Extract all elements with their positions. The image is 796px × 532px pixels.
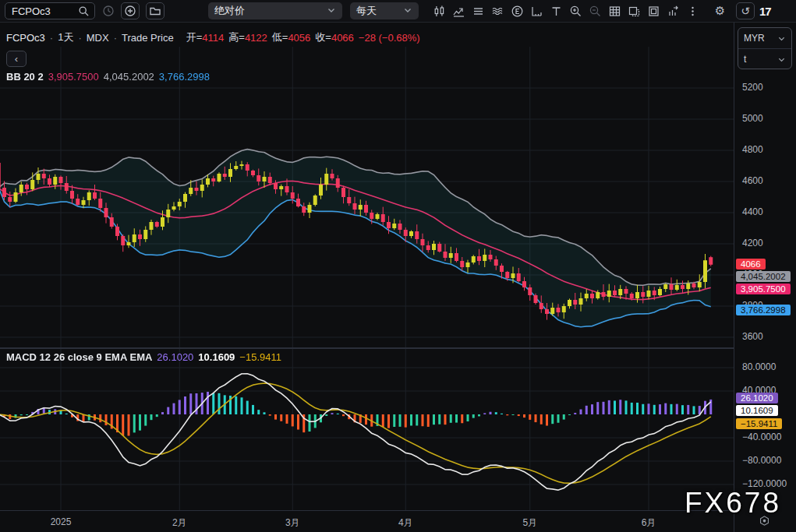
currency-dropdown[interactable]: MYR — [738, 28, 791, 49]
grid-view-icon[interactable] — [605, 2, 624, 20]
high-label: 高= — [228, 30, 245, 44]
compare-add-icon[interactable] — [121, 2, 140, 19]
high-value: 4122 — [245, 32, 267, 44]
pane-separator[interactable] — [0, 347, 734, 349]
last-price-tag: 4066 — [736, 259, 766, 270]
bb-lower-value: 3,766.2998 — [159, 71, 210, 83]
unit-dropdown[interactable]: t — [738, 49, 791, 69]
chart-area: FCPOc3 · 1天 · MDX · Trade Price 开=4114 高… — [0, 23, 796, 532]
price-axis[interactable]: MYR t 5200500048004600440042004000380036… — [734, 23, 796, 532]
price-axis-tick: 5000 — [742, 113, 763, 124]
compare-waves-icon[interactable] — [488, 2, 508, 20]
legend-symbol: FCPOc3 — [6, 32, 45, 44]
chevron-down-icon — [327, 5, 336, 17]
undo-icon[interactable]: ↺ — [736, 2, 755, 19]
search-icon — [77, 2, 90, 20]
time-axis-tick: 3月 — [285, 516, 300, 530]
interval-label: 每天 — [356, 4, 377, 18]
price-mode-dropdown[interactable]: 绝对价 — [208, 2, 342, 19]
currency-unit-box: MYR t — [738, 27, 792, 69]
legend-series-type: Trade Price — [122, 32, 174, 44]
candlestick-style-icon[interactable] — [430, 2, 449, 20]
time-axis[interactable]: 20252月3月4月5月6月 — [0, 510, 734, 532]
legend-sep: · — [114, 32, 117, 44]
legend-sep: · — [78, 32, 81, 44]
bb-upper-tag: 4,045.2002 — [736, 271, 791, 282]
events-icon[interactable] — [508, 2, 527, 20]
close-value: 4066 — [331, 32, 354, 44]
more-options-icon[interactable] — [683, 2, 702, 20]
layout-icon[interactable] — [644, 2, 663, 20]
macd-signal-tag: −15.9411 — [736, 418, 782, 429]
legend-sep: · — [50, 32, 53, 44]
symbol-text: FCPOc3 — [12, 5, 51, 17]
top-toolbar: FCPOc3 绝对价 每天 — [0, 0, 796, 23]
history-clock-icon[interactable] — [98, 2, 118, 20]
zoom-out-icon — [586, 2, 605, 20]
legend-interval: 1天 — [58, 30, 73, 44]
unit-label: t — [744, 54, 746, 65]
macd-signal-value: −15.9411 — [239, 351, 281, 363]
fullscreen-chart-icon[interactable] — [663, 2, 683, 20]
settings-gear-icon[interactable]: ⚙ — [710, 2, 730, 20]
main-legend[interactable]: FCPOc3 · 1天 · MDX · Trade Price 开=4114 高… — [6, 30, 420, 44]
snapshot-icon[interactable] — [624, 2, 644, 20]
price-axis-tick: 4800 — [742, 144, 763, 155]
time-axis-tick: 4月 — [398, 516, 413, 530]
macd-hist-value: 26.1020 — [157, 351, 193, 363]
legend-exchange: MDX — [87, 32, 109, 44]
tradingview-logo[interactable]: 17 — [759, 5, 771, 18]
indicators-icon[interactable] — [449, 2, 469, 20]
macd-axis-tick: −40.0000 — [742, 432, 781, 442]
watermark: FX678 — [685, 487, 781, 520]
bb-upper-value: 4,045.2002 — [104, 71, 154, 83]
price-axis-tick: 4600 — [742, 175, 763, 186]
price-axis-tick: 4200 — [742, 238, 763, 248]
open-value: 4114 — [202, 32, 224, 44]
low-value: 4056 — [288, 32, 310, 44]
symbol-search-input[interactable]: FCPOc3 — [5, 2, 95, 19]
macd-chart-canvas[interactable] — [0, 349, 734, 510]
macd-line-tag: 10.1609 — [736, 405, 778, 416]
macd-hist-tag: 26.1020 — [736, 393, 778, 403]
macd-axis-tick: 80.0000 — [742, 361, 776, 372]
currency-label: MYR — [744, 33, 765, 44]
toolbar-icon-row: ⚙ ↺ 17 — [430, 2, 771, 20]
price-axis-tick: 5200 — [742, 82, 763, 93]
close-label: 收= — [315, 30, 331, 44]
bb-title: BB 20 2 — [6, 71, 44, 83]
price-axis-tick: 3600 — [742, 331, 763, 342]
zoom-in-icon[interactable] — [566, 2, 586, 20]
bb-basis-value: 3,905.7500 — [48, 71, 99, 83]
trading-app: FCPOc3 绝对价 每天 — [0, 0, 796, 532]
macd-axis-tick: −80.0000 — [742, 455, 781, 466]
macd-legend[interactable]: MACD 12 26 close 9 EMA EMA 26.1020 10.16… — [6, 351, 281, 363]
bb-lower-tag: 3,766.2998 — [736, 305, 791, 315]
open-label: 开= — [186, 30, 203, 44]
price-axis-tick: 4400 — [742, 206, 763, 217]
chevron-down-icon — [777, 34, 786, 43]
text-tool-icon[interactable] — [547, 2, 566, 20]
time-axis-tick: 6月 — [642, 516, 656, 530]
bb-legend[interactable]: BB 20 2 3,905.7500 4,045.2002 3,766.2998 — [6, 71, 210, 83]
line-tools-icon[interactable] — [469, 2, 488, 20]
measure-icon[interactable] — [527, 2, 547, 20]
price-chart-canvas[interactable] — [0, 47, 734, 347]
time-axis-tick: 5月 — [522, 516, 537, 530]
price-mode-label: 绝对价 — [214, 4, 245, 18]
chevron-down-icon — [403, 5, 412, 17]
macd-line-value: 10.1609 — [198, 351, 235, 363]
time-axis-tick: 2025 — [51, 516, 72, 527]
macd-title: MACD 12 26 close 9 EMA EMA — [6, 351, 152, 363]
low-label: 低= — [272, 30, 288, 44]
time-axis-tick: 2月 — [172, 516, 187, 530]
change-value: −28 (−0.68%) — [359, 32, 420, 44]
interval-dropdown[interactable]: 每天 — [350, 2, 419, 19]
chevron-down-icon — [777, 55, 786, 64]
bb-basis-tag: 3,905.7500 — [736, 284, 791, 294]
folder-icon[interactable] — [146, 2, 165, 19]
legend-collapse-button[interactable]: ‹ — [6, 51, 27, 67]
